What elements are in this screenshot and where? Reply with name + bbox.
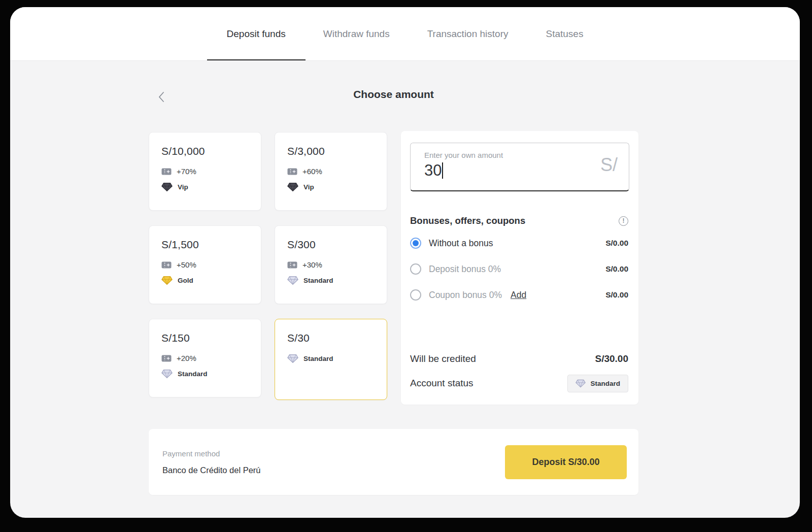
card-amount: S/300	[287, 239, 375, 251]
tab-deposit-funds[interactable]: Deposit funds	[227, 7, 286, 60]
amount-card-3000[interactable]: S/3,000 +60% Vip	[275, 132, 387, 211]
standard-gem-icon	[287, 354, 298, 363]
payment-method-block: Payment method Banco de Crédito del Perú	[162, 449, 261, 475]
amount-card-30-selected[interactable]: S/30 Standard	[275, 319, 387, 400]
card-tier: Gold	[178, 277, 193, 284]
bonus-option-label: Without a bonus	[429, 238, 493, 249]
bonuses-header: Bonuses, offers, coupons !	[410, 215, 628, 226]
deposit-summary-panel: Enter your own amount 30 S/ Bonuses, off…	[401, 131, 638, 405]
radio-icon[interactable]	[410, 263, 421, 275]
bonus-option-amount: S/0.00	[605, 239, 628, 248]
tab-transaction-history[interactable]: Transaction history	[427, 7, 509, 60]
standard-gem-icon	[287, 276, 298, 285]
credited-label: Will be credited	[410, 353, 476, 364]
card-bonus: +30%	[302, 260, 322, 269]
radio-icon[interactable]	[410, 289, 421, 301]
bonus-option-label: Deposit bonus 0%	[429, 264, 501, 275]
card-tier: Standard	[303, 355, 333, 362]
amount-input[interactable]: Enter your own amount 30 S/	[410, 143, 629, 191]
status-badge: Standard	[567, 375, 628, 392]
tab-statuses[interactable]: Statuses	[546, 7, 584, 60]
card-tier: Vip	[303, 183, 314, 191]
card-bonus: +70%	[177, 167, 196, 176]
bonus-option-amount: S/0.00	[605, 290, 628, 300]
info-icon[interactable]: !	[619, 216, 628, 226]
amount-card-300[interactable]: S/300 +30% Standard	[275, 225, 387, 304]
bonus-option-label: Coupon bonus 0%	[429, 290, 502, 301]
standard-gem-icon	[576, 379, 586, 388]
credited-amount: S/30.00	[595, 353, 629, 364]
amount-card-10000[interactable]: S/10,000 +70% Vip	[149, 132, 261, 211]
add-coupon-link[interactable]: Add	[511, 290, 526, 301]
card-amount: S/150	[161, 332, 249, 344]
card-amount: S/10,000	[161, 145, 249, 157]
card-bonus: +50%	[177, 260, 196, 269]
tab-withdraw-funds[interactable]: Withdraw funds	[323, 7, 390, 60]
standard-gem-icon	[161, 369, 173, 379]
bonus-option-deposit-bonus[interactable]: Deposit bonus 0% S/0.00	[410, 261, 628, 277]
card-amount: S/1,500	[161, 239, 249, 251]
gold-gem-icon	[161, 276, 173, 285]
account-status-label: Account status	[410, 378, 473, 389]
radio-selected-icon[interactable]	[410, 238, 421, 249]
deposit-button[interactable]: Deposit S/30.00	[505, 445, 627, 479]
status-badge-label: Standard	[590, 380, 620, 387]
amount-card-1500[interactable]: S/1,500 +50% Gold	[149, 225, 261, 304]
page-title: Choose amount	[149, 88, 638, 101]
bonus-option-coupon-bonus[interactable]: Coupon bonus 0% Add S/0.00	[410, 287, 628, 303]
amount-input-value: 30	[424, 161, 619, 180]
wallet-tabs: Deposit funds Withdraw funds Transaction…	[10, 7, 800, 61]
bonus-ticket-icon	[161, 355, 172, 362]
payment-method-label: Payment method	[162, 449, 261, 458]
payment-method-value: Banco de Crédito del Perú	[162, 466, 261, 475]
card-amount: S/3,000	[287, 145, 375, 157]
vip-gem-icon	[287, 182, 298, 192]
bonus-option-amount: S/0.00	[605, 264, 628, 274]
will-be-credited-row: Will be credited S/30.00	[410, 350, 628, 368]
vip-gem-icon	[161, 182, 173, 192]
amount-input-label: Enter your own amount	[424, 151, 619, 159]
bonuses-title: Bonuses, offers, coupons	[410, 215, 525, 226]
card-tier: Vip	[178, 183, 188, 191]
currency-suffix: S/	[600, 154, 618, 176]
bonus-ticket-icon	[287, 168, 297, 175]
page-header: Choose amount	[149, 86, 638, 109]
amount-card-150[interactable]: S/150 +20% Standard	[149, 319, 261, 397]
account-status-row: Account status Standard	[410, 375, 628, 392]
card-bonus: +60%	[302, 167, 322, 176]
bonus-ticket-icon	[161, 261, 172, 269]
app-window: Deposit funds Withdraw funds Transaction…	[10, 7, 800, 518]
card-bonus: +20%	[177, 354, 196, 362]
card-tier: Standard	[178, 370, 208, 378]
bonus-option-without-bonus[interactable]: Without a bonus S/0.00	[410, 236, 628, 251]
bonus-ticket-icon	[161, 168, 172, 175]
text-cursor	[442, 162, 443, 179]
card-amount: S/30	[287, 332, 375, 344]
payment-footer: Payment method Banco de Crédito del Perú…	[149, 429, 638, 495]
bonus-ticket-icon	[287, 261, 297, 269]
card-tier: Standard	[303, 277, 333, 284]
amount-card-grid: S/10,000 +70% Vip S/3,000 +60% Vip S/1,5…	[149, 132, 387, 397]
